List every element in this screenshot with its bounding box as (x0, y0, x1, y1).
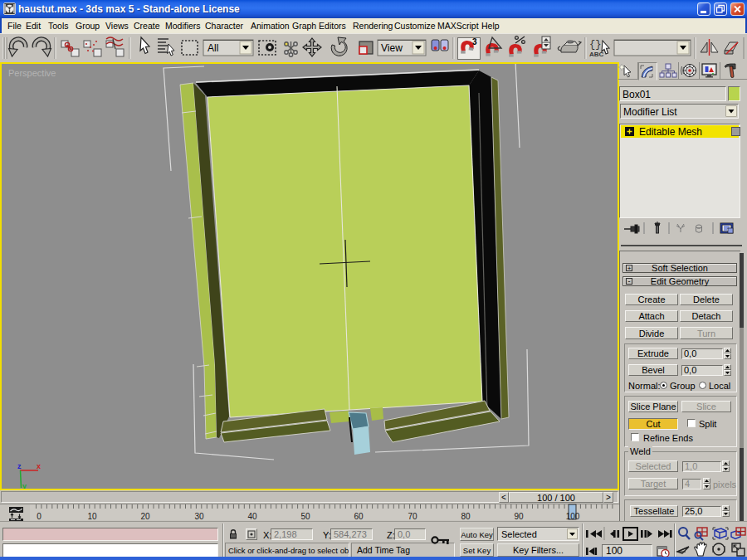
svg-text:80: 80 (461, 512, 471, 521)
svg-text:{}: {} (589, 39, 601, 51)
svg-text:10: 10 (87, 512, 97, 521)
svg-text:40: 40 (247, 512, 257, 521)
svg-text:3: 3 (472, 37, 477, 46)
svg-text:90: 90 (514, 512, 524, 521)
svg-text:y: y (22, 482, 27, 489)
svg-text:View: View (381, 42, 403, 54)
svg-text:50: 50 (300, 512, 310, 521)
svg-text:100: 100 (566, 512, 580, 521)
svg-text:20: 20 (140, 512, 150, 521)
svg-text:70: 70 (408, 512, 417, 521)
svg-text:x: x (37, 462, 41, 470)
svg-text:z: z (17, 462, 22, 470)
svg-text:30: 30 (194, 512, 204, 521)
svg-text:60: 60 (354, 512, 364, 521)
svg-text:All: All (208, 42, 218, 54)
svg-text:0: 0 (37, 512, 42, 521)
